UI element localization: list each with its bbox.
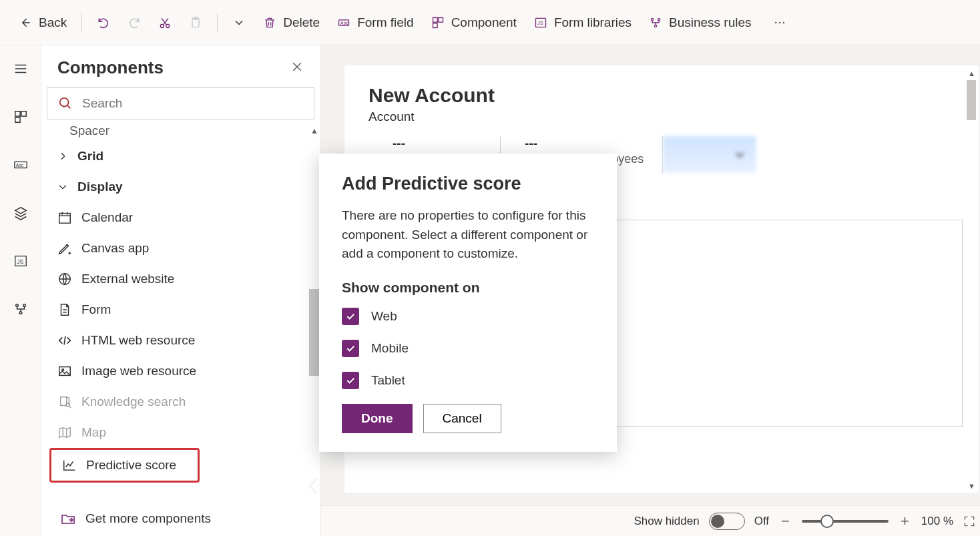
js-rail-icon: JS — [13, 254, 28, 268]
rail-components[interactable] — [9, 105, 32, 128]
zoom-in-button[interactable]: + — [898, 513, 912, 530]
map-icon — [57, 425, 72, 440]
canvas-footer: Show hidden Off − + 100 % — [320, 505, 980, 536]
dialog-title: Add Predictive score — [342, 174, 594, 194]
component-button[interactable]: Component — [425, 10, 523, 35]
list-item-form[interactable]: Form — [47, 294, 320, 325]
dialog-body: There are no properties to configure for… — [342, 206, 594, 264]
field-owner-blurred[interactable] — [663, 136, 756, 173]
paste-button[interactable] — [182, 11, 209, 35]
checkbox-checked[interactable] — [342, 340, 359, 357]
check-mobile[interactable]: Mobile — [342, 340, 594, 357]
form-icon — [57, 302, 72, 317]
undo-button[interactable] — [90, 11, 117, 35]
js-icon: JS — [534, 16, 547, 29]
delete-button[interactable]: Delete — [256, 10, 326, 35]
form-field-button[interactable]: Abc Form field — [330, 10, 420, 35]
list-item-map[interactable]: Map — [47, 417, 320, 448]
list-item-canvas-app[interactable]: Canvas app — [47, 233, 320, 264]
chevron-down-button[interactable] — [226, 11, 252, 35]
component-label: Component — [451, 15, 517, 30]
list-item-predictive-score[interactable]: Predictive score — [51, 450, 198, 481]
calendar-icon — [57, 210, 72, 225]
grid-icon — [13, 109, 28, 124]
svg-point-25 — [23, 304, 25, 307]
field-value: --- — [393, 136, 481, 151]
separator — [217, 13, 218, 32]
scroll-up-arrow[interactable]: ▲ — [310, 126, 318, 136]
business-rules-button[interactable]: Business rules — [642, 10, 758, 35]
svg-point-27 — [60, 98, 69, 107]
list-item-knowledge-search[interactable]: Knowledge search — [47, 386, 320, 417]
list-item-display[interactable]: Display — [47, 172, 320, 202]
redo-button[interactable] — [121, 11, 148, 35]
done-button[interactable]: Done — [342, 404, 413, 433]
form-field-icon: Abc — [337, 16, 350, 29]
list-item-grid[interactable]: Grid — [47, 141, 320, 172]
fit-icon[interactable] — [963, 515, 976, 528]
get-more-components[interactable]: Get more components — [41, 501, 320, 536]
left-rail: Abc JS — [0, 45, 41, 536]
svg-rect-17 — [15, 111, 19, 116]
top-toolbar: Back Delete Abc Form field Component JS … — [0, 0, 980, 45]
list-item-image-resource[interactable]: Image web resource — [47, 356, 320, 386]
toggle-off-label: Off — [754, 515, 769, 528]
search-icon — [58, 96, 73, 111]
rail-fields[interactable]: Abc — [9, 154, 32, 176]
zoom-out-button[interactable]: − — [778, 513, 792, 530]
scrollbar-thumb[interactable] — [967, 80, 976, 120]
check-label: Mobile — [371, 341, 409, 356]
list-label: Calendar — [81, 210, 133, 225]
scroll-down-icon: ▼ — [968, 482, 975, 490]
chevron-down-icon — [732, 148, 747, 162]
check-icon — [345, 311, 356, 322]
svg-point-15 — [778, 21, 780, 23]
zoom-slider[interactable] — [802, 520, 889, 523]
check-label: Web — [371, 309, 397, 324]
list-item-spacer[interactable]: Spacer — [47, 123, 320, 141]
form-libraries-label: Form libraries — [554, 15, 632, 30]
rail-layers[interactable] — [9, 202, 32, 224]
svg-point-11 — [651, 18, 653, 20]
svg-rect-8 — [433, 23, 437, 27]
redo-icon — [128, 16, 141, 29]
cancel-button[interactable]: Cancel — [423, 404, 501, 433]
add-component-dialog: Add Predictive score There are no proper… — [319, 154, 617, 452]
canvas-scrollbar[interactable]: ▲ ▼ — [967, 69, 976, 490]
show-hidden-toggle[interactable] — [709, 513, 745, 530]
close-panel-button[interactable] — [290, 59, 304, 77]
book-search-icon — [57, 394, 72, 409]
svg-point-14 — [774, 21, 776, 23]
form-libraries-button[interactable]: JS Form libraries — [527, 10, 638, 35]
pencil-icon — [57, 241, 72, 256]
checkbox-checked[interactable] — [342, 372, 359, 389]
folder-arrow-icon — [60, 511, 76, 527]
search-input[interactable] — [82, 96, 303, 111]
svg-rect-6 — [433, 17, 437, 22]
rail-js[interactable]: JS — [9, 250, 32, 272]
more-button[interactable] — [766, 11, 793, 35]
list-label: Grid — [77, 149, 103, 164]
cut-button[interactable] — [152, 11, 178, 35]
check-web[interactable]: Web — [342, 308, 594, 325]
rail-rules[interactable] — [9, 298, 32, 320]
hamburger-button[interactable] — [9, 57, 32, 80]
scrollbar-thumb[interactable] — [309, 289, 320, 376]
chevron-right-icon — [57, 151, 68, 162]
svg-rect-18 — [21, 111, 25, 116]
abc-icon: Abc — [13, 158, 28, 172]
globe-icon — [57, 272, 72, 286]
list-item-calendar[interactable]: Calendar — [47, 202, 320, 233]
list-item-external-website[interactable]: External website — [47, 264, 320, 294]
checkbox-checked[interactable] — [342, 308, 359, 325]
check-icon — [345, 375, 356, 386]
component-list: ▲ Spacer Grid Display Calendar Canvas ap… — [41, 119, 320, 501]
code-icon — [57, 333, 72, 348]
back-button[interactable]: Back — [12, 10, 73, 35]
check-tablet[interactable]: Tablet — [342, 372, 594, 389]
list-label: Display — [77, 180, 123, 194]
svg-rect-19 — [15, 117, 19, 122]
search-box[interactable] — [47, 87, 314, 119]
list-item-html-resource[interactable]: HTML web resource — [47, 325, 320, 356]
more-icon — [773, 16, 786, 29]
